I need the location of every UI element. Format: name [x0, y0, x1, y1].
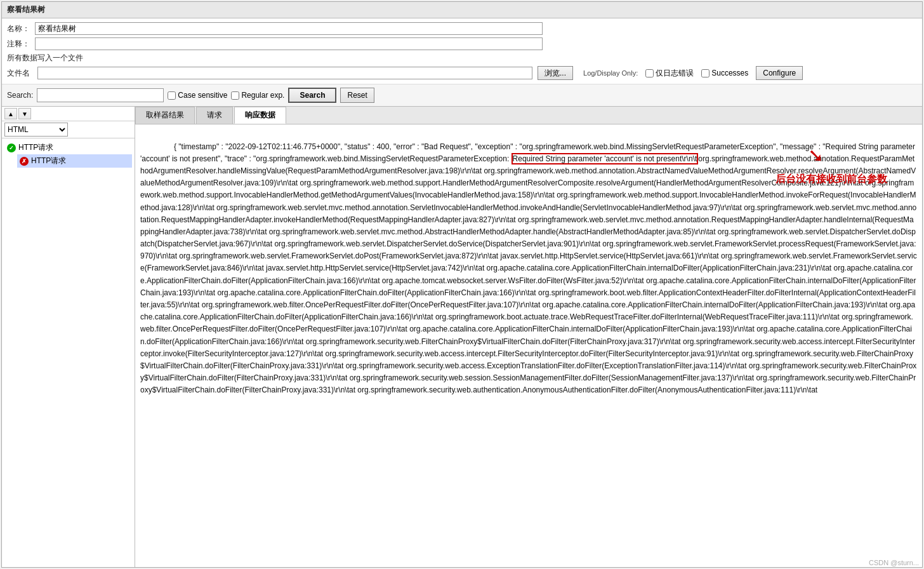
file-row: 文件名 浏览... Log/Display Only: 仅日志错误 Succes…: [7, 65, 917, 81]
right-panel: 取样器结果 请求 响应数据 { "timestamp" : "2022-09-1…: [135, 107, 922, 567]
errors-only-label: 仅日志错误: [656, 68, 694, 79]
log-options: Log/Display Only: 仅日志错误 Successes Config…: [583, 66, 803, 80]
left-panel: ▲ ▼ HTML Text JSON XML ✓ HTTP请求 ✗: [2, 107, 135, 567]
name-input[interactable]: [35, 22, 543, 35]
errors-only-item[interactable]: 仅日志错误: [645, 68, 694, 79]
comment-label: 注释：: [7, 39, 32, 50]
search-label: Search:: [7, 91, 33, 100]
configure-button[interactable]: Configure: [756, 66, 803, 80]
tree-item-label-2: HTTP请求: [31, 156, 66, 166]
tabs-bar: 取样器结果 请求 响应数据: [135, 107, 922, 124]
tree-children: ✗ HTTP请求: [17, 154, 132, 168]
case-sensitive-checkbox[interactable]: [168, 91, 176, 100]
main-window: 察看结果树 名称： 注释： 所有数据写入一个文件 文件名 浏览... Log/D…: [1, 1, 923, 568]
content-area: ▲ ▼ HTML Text JSON XML ✓ HTTP请求 ✗: [2, 107, 922, 567]
case-sensitive-label: Case sensitive: [178, 91, 227, 100]
reset-button[interactable]: Reset: [340, 88, 374, 103]
file-label: 文件名: [7, 68, 32, 79]
comment-row: 注释：: [7, 36, 917, 51]
tree-item-http2[interactable]: ✗ HTTP请求: [17, 154, 132, 168]
highlight-error: Required String parameter 'account' is n…: [512, 153, 699, 164]
form-section: 名称： 注释： 所有数据写入一个文件 文件名 浏览... Log/Display…: [2, 18, 922, 84]
tree-item-http1[interactable]: ✓ HTTP请求: [4, 141, 132, 154]
all-data-label: 所有数据写入一个文件: [7, 53, 83, 64]
title-bar: 察看结果树: [2, 2, 922, 18]
tree-area: ✓ HTTP请求 ✗ HTTP请求: [2, 138, 135, 567]
left-panel-toolbar: ▲ ▼: [2, 107, 135, 121]
regex-checkbox[interactable]: [231, 91, 239, 100]
successes-item[interactable]: Successes: [701, 69, 748, 77]
tab-request[interactable]: 请求: [196, 107, 233, 124]
all-data-row: 所有数据写入一个文件: [7, 51, 917, 65]
regex-item[interactable]: Regular exp.: [231, 91, 284, 100]
search-button[interactable]: Search: [288, 88, 336, 103]
browse-button[interactable]: 浏览...: [538, 66, 573, 80]
regex-label: Regular exp.: [241, 91, 284, 100]
toolbar-up-btn[interactable]: ▲: [4, 108, 17, 119]
tab-sampler-label: 取样器结果: [146, 110, 184, 119]
case-sensitive-item[interactable]: Case sensitive: [168, 91, 227, 100]
successes-checkbox[interactable]: [701, 69, 710, 77]
search-input[interactable]: [37, 88, 164, 102]
html-selector: HTML Text JSON XML: [2, 121, 135, 138]
tab-request-label: 请求: [207, 110, 222, 119]
successes-label: Successes: [711, 69, 748, 77]
name-row: 名称：: [7, 21, 917, 36]
search-bar: Search: Case sensitive Regular exp. Sear…: [2, 84, 922, 107]
status-icon-red: ✗: [20, 157, 29, 166]
file-input[interactable]: [37, 67, 532, 79]
response-content: { "timestamp" : "2022-09-12T02:11:46.775…: [135, 124, 922, 567]
log-display-label: Log/Display Only:: [583, 69, 638, 77]
name-label: 名称：: [7, 23, 32, 34]
watermark: CSDN @sturn...: [869, 559, 919, 566]
window-title: 察看结果树: [7, 5, 45, 14]
render-select[interactable]: HTML Text JSON XML: [4, 123, 68, 137]
tab-response-data[interactable]: 响应数据: [234, 107, 286, 124]
tree-item-label-1: HTTP请求: [18, 142, 53, 153]
comment-input[interactable]: [35, 37, 543, 50]
tab-sampler-result[interactable]: 取样器结果: [135, 107, 195, 124]
tab-response-label: 响应数据: [245, 110, 275, 119]
response-text-before: { "timestamp" : "2022-09-12T02:11:46.775…: [140, 142, 917, 395]
status-icon-green: ✓: [7, 144, 16, 152]
toolbar-down-btn[interactable]: ▼: [18, 108, 31, 119]
errors-only-checkbox[interactable]: [645, 69, 654, 77]
